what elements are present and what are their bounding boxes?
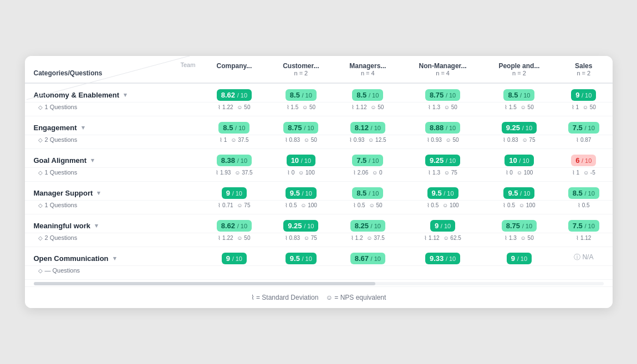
score-badge: 9.25 / 10 (502, 122, 537, 134)
score-cell-r4-c0: 8.62 / 10 (200, 214, 268, 233)
header-non-managers[interactable]: Non-Manager... n = 4 (402, 56, 483, 83)
std-value: ⌇ 1 (220, 137, 227, 143)
table-wrapper[interactable]: Team Categories/Questions Company... Cus… (25, 56, 613, 280)
nps-value: ☺ 50 (370, 104, 384, 110)
score-cell-r2-c0: 8.38 / 10 (200, 149, 268, 168)
meta-cell-r1-c0: ⌇ 1 ☺ 37.5 (200, 135, 268, 149)
score-cell-r0-c2: 8.5 / 10 (333, 83, 402, 102)
chevron-down-icon[interactable]: ▾ (81, 124, 85, 131)
table-row: Manager Support ▾ 9 / 109.5 / 108.5 / 10… (25, 182, 613, 201)
nps-value: ☺ 50 (521, 235, 534, 241)
diamond-icon: ◇ (38, 170, 43, 176)
score-badge: 10 / 10 (287, 155, 315, 166)
score-na: ⓘ N/A (574, 253, 593, 261)
score-cell-r5-c0: 9 / 10 (200, 247, 268, 266)
main-card: Team Categories/Questions Company... Cus… (25, 56, 613, 308)
std-value: ⌇ 1.5 (504, 104, 517, 110)
std-value: ⌇ 0.87 (576, 137, 591, 143)
nps-value: ☺ 37.5 (235, 170, 252, 176)
nps-value: ☺ 100 (517, 170, 533, 176)
meta-cell-r4-c5: ⌇ 1.12 (555, 233, 612, 247)
questions-label-3[interactable]: ◇ 1 Questions (25, 201, 200, 214)
score-cell-r5-c5: ⓘ N/A (555, 247, 612, 266)
score-cell-r4-c4: 8.75 / 10 (483, 214, 555, 233)
table-sub-row: ◇ 2 Questions⌇ 1 ☺ 37.5⌇ 0.83 ☺ 50⌇ 0.93… (25, 135, 613, 149)
score-badge: 8.75 / 10 (502, 220, 537, 232)
score-cell-r2-c4: 10 / 10 (483, 149, 555, 168)
nps-value: ☺ 100 (300, 202, 317, 208)
meta-cell-r1-c1: ⌇ 0.83 ☺ 50 (268, 135, 333, 149)
table-row: Goal Alignment ▾ 8.38 / 1010 / 107.5 / 1… (25, 149, 613, 168)
table-row: Autonomy & Enablement ▾ 8.62 / 108.5 / 1… (25, 83, 613, 102)
chevron-down-icon[interactable]: ▾ (113, 255, 116, 262)
category-cell-5[interactable]: Open Communication ▾ (25, 247, 200, 266)
score-cell-r0-c0: 8.62 / 10 (200, 83, 268, 102)
chevron-down-icon[interactable]: ▾ (91, 157, 94, 164)
chevron-down-icon[interactable]: ▾ (124, 91, 127, 99)
questions-count: 1 Questions (45, 104, 78, 110)
nps-value: ☺ 50 (237, 104, 250, 110)
questions-label-4[interactable]: ◇ 2 Questions (25, 233, 200, 247)
header-managers[interactable]: Managers... n = 4 (333, 56, 402, 83)
team-label: Team (34, 61, 196, 68)
header-customer[interactable]: Customer... n = 2 (268, 56, 333, 83)
score-badge: 8.38 / 10 (217, 155, 252, 166)
header-company[interactable]: Company... (200, 56, 268, 83)
meta-cell-r3-c3: ⌇ 0.5 ☺ 100 (402, 201, 483, 214)
category-cell-2[interactable]: Goal Alignment ▾ (25, 149, 200, 168)
category-cell-3[interactable]: Manager Support ▾ (25, 182, 200, 201)
nps-value: ☺ 75 (304, 235, 317, 241)
header-sales[interactable]: Sales n = 2 (555, 56, 612, 83)
score-badge: 8.25 / 10 (350, 220, 385, 232)
score-badge: 9.33 / 10 (425, 253, 460, 264)
diamond-icon: ◇ (38, 137, 43, 143)
meta-cell-r0-c3: ⌇ 1.3 ☺ 50 (402, 102, 483, 116)
meta-cell-r4-c0: ⌇ 1.22 ☺ 50 (200, 233, 268, 247)
score-cell-r4-c3: 9 / 10 (402, 214, 483, 233)
meta-cell-r5-c2 (333, 266, 402, 280)
score-badge: 8.12 / 10 (350, 122, 385, 134)
score-badge: 7.5 / 10 (352, 155, 383, 166)
nps-value: ☺ 50 (446, 137, 459, 143)
score-cell-r1-c5: 7.5 / 10 (555, 116, 612, 135)
meta-cell-r2-c2: ⌇ 2.06 ☺ 0 (333, 168, 402, 182)
footer: ⌇ = Standard Deviation ☺ = NPS equivalen… (25, 286, 613, 308)
scrollbar[interactable] (25, 282, 613, 286)
std-value: ⌇ 2.06 (353, 170, 368, 176)
score-cell-r0-c5: 9 / 10 (555, 83, 612, 102)
table-row: Engagement ▾ 8.5 / 108.75 / 108.12 / 108… (25, 116, 613, 135)
category-cell-1[interactable]: Engagement ▾ (25, 116, 200, 135)
diamond-icon: ◇ (38, 268, 43, 274)
questions-label-0[interactable]: ◇ 1 Questions (25, 102, 200, 116)
questions-count: 1 Questions (45, 169, 78, 176)
score-badge: 7.5 / 10 (568, 220, 599, 232)
nps-value: ☺ 50 (304, 137, 317, 143)
questions-label-5[interactable]: ◇ — Questions (25, 266, 200, 280)
questions-label-2[interactable]: ◇ 1 Questions (25, 168, 200, 182)
nps-value: ☺ 62.5 (443, 235, 461, 241)
score-badge: 8.5 / 10 (352, 187, 383, 199)
score-badge: 9.5 / 10 (286, 253, 317, 264)
score-cell-r1-c3: 8.88 / 10 (402, 116, 483, 135)
score-cell-r3-c1: 9.5 / 10 (268, 182, 333, 201)
category-cell-4[interactable]: Meaningful work ▾ (25, 214, 200, 233)
score-badge: 8.62 / 10 (217, 220, 252, 232)
header-people-and[interactable]: People and... n = 2 (483, 56, 555, 83)
score-badge: 8.88 / 10 (425, 122, 460, 134)
meta-cell-r2-c4: ⌇ 0 ☺ 100 (483, 168, 555, 182)
score-cell-r3-c2: 8.5 / 10 (333, 182, 402, 201)
questions-label-1[interactable]: ◇ 2 Questions (25, 135, 200, 149)
std-icon: ⌇ (251, 294, 254, 301)
std-value: ⌇ 0.5 (503, 202, 515, 208)
score-badge: 9.25 / 10 (283, 220, 318, 232)
nps-value: ☺ 37.5 (366, 235, 384, 241)
std-value: ⌇ 0 (506, 170, 513, 176)
meta-cell-r3-c4: ⌇ 0.5 ☺ 100 (483, 201, 555, 214)
scores-table: Team Categories/Questions Company... Cus… (25, 56, 613, 280)
std-value: ⌇ 1.12 (576, 235, 591, 241)
chevron-down-icon[interactable]: ▾ (97, 189, 100, 197)
diamond-icon: ◇ (38, 235, 43, 241)
meta-cell-r5-c0 (200, 266, 268, 280)
chevron-down-icon[interactable]: ▾ (95, 222, 98, 229)
std-value: ⌇ 0.93 (349, 137, 364, 143)
